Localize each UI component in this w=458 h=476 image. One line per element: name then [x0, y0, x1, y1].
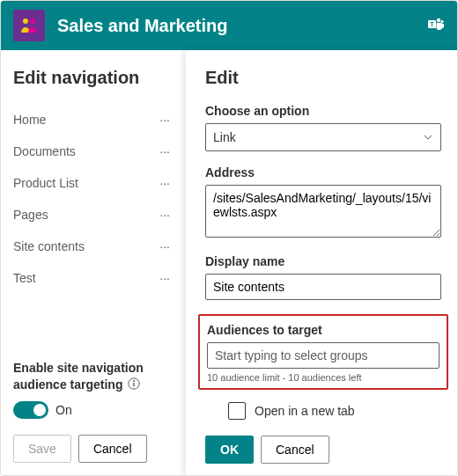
nav-item-label: Documents [13, 144, 76, 158]
new-tab-label: Open in a new tab [255, 404, 355, 418]
toggle-label-text: Enable site navigation audience targetin… [13, 361, 144, 392]
site-header: Sales and Marketing T [1, 1, 457, 50]
option-select[interactable]: Link [205, 123, 441, 151]
nav-item-product-list[interactable]: Product List ··· [13, 167, 174, 199]
audience-targeting-toggle[interactable] [13, 401, 48, 419]
overflow-icon[interactable]: ··· [156, 176, 174, 190]
audience-targeting-section: Enable site navigation audience targetin… [13, 342, 174, 463]
nav-item-label: Home [13, 113, 46, 127]
address-field: Address [205, 165, 441, 240]
info-icon[interactable] [128, 377, 140, 394]
svg-point-1 [30, 18, 35, 24]
body: Edit navigation Home ··· Documents ··· P… [1, 50, 457, 475]
nav-item-label: Site contents [13, 239, 85, 253]
nav-item-site-contents[interactable]: Site contents ··· [13, 231, 174, 262]
save-button[interactable]: Save [13, 435, 71, 463]
nav-item-label: Test [13, 271, 36, 285]
site-logo [13, 10, 45, 41]
overflow-icon[interactable]: ··· [156, 239, 174, 253]
nav-item-home[interactable]: Home ··· [13, 104, 174, 135]
edit-link-callout: Edit Choose an option Link Address Displ… [186, 50, 457, 475]
display-name-input[interactable] [205, 274, 441, 300]
ok-button[interactable]: OK [205, 436, 254, 464]
option-value: Link [213, 130, 236, 144]
cancel-button[interactable]: Cancel [78, 435, 147, 463]
option-field: Choose an option Link [205, 104, 441, 151]
overflow-icon[interactable]: ··· [156, 208, 174, 222]
audiences-input[interactable] [207, 342, 440, 369]
svg-point-7 [133, 380, 135, 382]
nav-item-pages[interactable]: Pages ··· [13, 199, 174, 231]
audience-targeting-label: Enable site navigation audience targetin… [13, 360, 174, 394]
toggle-state-label: On [55, 403, 72, 417]
display-name-label: Display name [205, 254, 441, 268]
address-label: Address [205, 165, 441, 179]
overflow-icon[interactable]: ··· [156, 144, 174, 158]
teams-icon[interactable]: T [427, 16, 445, 36]
chevron-down-icon [423, 132, 433, 143]
nav-item-label: Pages [13, 208, 48, 222]
audiences-highlight: Audiences to target 10 audience limit - … [198, 314, 448, 390]
svg-point-5 [440, 19, 443, 22]
nav-item-label: Product List [13, 176, 78, 190]
nav-item-documents[interactable]: Documents ··· [13, 135, 174, 167]
new-tab-row: Open in a new tab [228, 402, 441, 420]
site-title: Sales and Marketing [57, 16, 420, 36]
overflow-icon[interactable]: ··· [156, 271, 174, 285]
display-name-field: Display name [205, 254, 441, 300]
svg-rect-8 [134, 383, 135, 387]
svg-point-4 [437, 18, 440, 21]
toggle-row: On [13, 401, 174, 419]
svg-text:T: T [430, 21, 434, 27]
edit-callout-title: Edit [205, 68, 441, 88]
audiences-helper: 10 audience limit - 10 audiences left [207, 372, 440, 383]
nav-item-test[interactable]: Test ··· [13, 262, 174, 294]
nav-list: Home ··· Documents ··· Product List ··· … [13, 104, 174, 294]
edit-navigation-title: Edit navigation [13, 68, 174, 88]
option-label: Choose an option [205, 104, 441, 118]
overflow-icon[interactable]: ··· [156, 113, 174, 127]
audiences-label: Audiences to target [207, 323, 440, 337]
edit-navigation-panel: Edit navigation Home ··· Documents ··· P… [1, 50, 186, 475]
new-tab-checkbox[interactable] [228, 402, 246, 420]
svg-point-0 [23, 18, 28, 24]
edit-cancel-button[interactable]: Cancel [261, 436, 329, 464]
address-input[interactable] [205, 185, 441, 238]
